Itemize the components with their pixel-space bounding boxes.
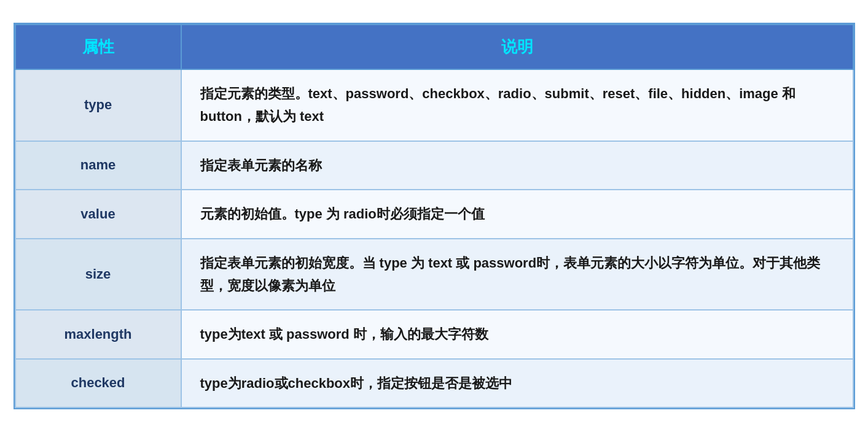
table-row: checkedtype为radio或checkbox时，指定按钮是否是被选中 bbox=[15, 359, 853, 407]
desc-column-header: 说明 bbox=[181, 25, 853, 69]
desc-cell: 元素的初始值。type 为 radio时必须指定一个值 bbox=[181, 190, 853, 238]
attr-cell: value bbox=[15, 190, 181, 238]
desc-cell: 指定表单元素的初始宽度。当 type 为 text 或 password时，表单… bbox=[181, 239, 853, 310]
attr-cell: checked bbox=[15, 359, 181, 407]
table-row: maxlengthtype为text 或 password 时，输入的最大字符数 bbox=[15, 310, 853, 358]
table-row: value元素的初始值。type 为 radio时必须指定一个值 bbox=[15, 190, 853, 238]
table-row: name指定表单元素的名称 bbox=[15, 141, 853, 190]
attr-cell: size bbox=[15, 239, 181, 310]
table-header-row: 属性 说明 bbox=[15, 25, 853, 69]
desc-cell: 指定表单元素的名称 bbox=[181, 141, 853, 190]
desc-cell: type为text 或 password 时，输入的最大字符数 bbox=[181, 310, 853, 358]
attributes-table: 属性 说明 type指定元素的类型。text、password、checkbox… bbox=[15, 24, 854, 408]
attr-column-header: 属性 bbox=[15, 25, 181, 69]
table-body: type指定元素的类型。text、password、checkbox、radio… bbox=[15, 69, 853, 407]
attr-cell: type bbox=[15, 69, 181, 141]
desc-cell: type为radio或checkbox时，指定按钮是否是被选中 bbox=[181, 359, 853, 407]
table-row: size指定表单元素的初始宽度。当 type 为 text 或 password… bbox=[15, 239, 853, 310]
attr-cell: name bbox=[15, 141, 181, 190]
attr-cell: maxlength bbox=[15, 310, 181, 358]
desc-cell: 指定元素的类型。text、password、checkbox、radio、sub… bbox=[181, 69, 853, 141]
main-table-container: 属性 说明 type指定元素的类型。text、password、checkbox… bbox=[14, 23, 855, 409]
table-row: type指定元素的类型。text、password、checkbox、radio… bbox=[15, 69, 853, 141]
